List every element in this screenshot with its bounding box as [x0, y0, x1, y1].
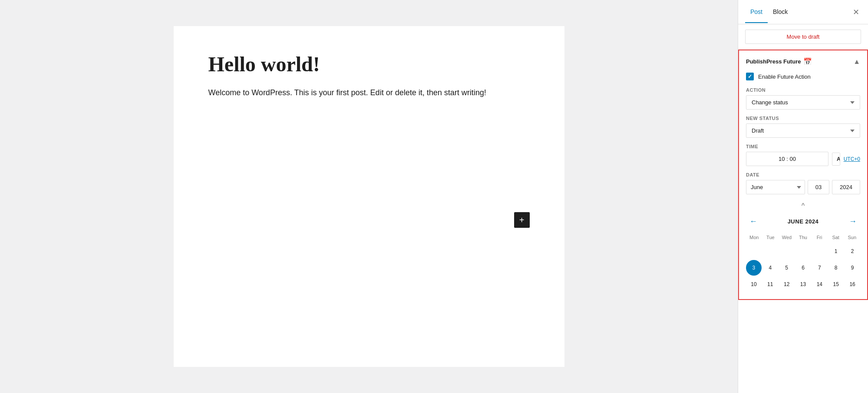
- date-field-group: DATE June: [746, 172, 860, 194]
- calendar-toggle-row: ^: [746, 200, 860, 212]
- am-button[interactable]: AM: [832, 153, 840, 165]
- calendar-month-year: JUNE 2024: [788, 218, 819, 225]
- sidebar-tabs: Post Block ✕: [738, 0, 868, 24]
- time-input[interactable]: [746, 152, 828, 166]
- cal-day-2[interactable]: 2: [845, 243, 860, 259]
- editor-content: Hello world! Welcome to WordPress. This …: [0, 0, 738, 393]
- calendar-weekdays: Mon Tue Wed Thu Fri Sat Sun: [746, 233, 860, 242]
- cal-day-12[interactable]: 12: [779, 276, 795, 292]
- calendar-icon: 📅: [803, 57, 812, 66]
- calendar-header: ← JUNE 2024 →: [746, 215, 860, 228]
- move-draft-button[interactable]: Move to draft: [745, 30, 861, 44]
- weekday-sun: Sun: [844, 233, 860, 242]
- date-label: DATE: [746, 172, 860, 177]
- cal-day-14[interactable]: 14: [812, 276, 827, 292]
- time-field-group: TIME AM PM UTC+0: [746, 144, 860, 166]
- cal-day-16[interactable]: 16: [845, 276, 860, 292]
- utc-link[interactable]: UTC+0: [844, 156, 860, 162]
- action-field-group: ACTION Change status Delete Draft: [746, 87, 860, 110]
- time-row: AM PM UTC+0: [746, 152, 860, 166]
- cal-day-13[interactable]: 13: [795, 276, 811, 292]
- cal-day-7[interactable]: 7: [812, 260, 827, 276]
- cal-day-5[interactable]: 5: [779, 260, 795, 276]
- prev-month-button[interactable]: ←: [746, 215, 761, 228]
- enable-label: Enable Future Action: [758, 73, 811, 80]
- tab-block[interactable]: Block: [768, 1, 793, 23]
- section-header: PublishPress Future 📅 ▲: [746, 57, 860, 66]
- date-row: June: [746, 180, 860, 194]
- calendar-grid: Mon Tue Wed Thu Fri Sat Sun: [746, 233, 860, 292]
- collapse-button[interactable]: ▲: [853, 58, 860, 66]
- new-status-field-group: NEW STATUS Draft Pending Private Publish…: [746, 116, 860, 138]
- action-select[interactable]: Change status Delete Draft: [746, 95, 860, 110]
- add-block-button[interactable]: +: [514, 212, 530, 228]
- cal-day-3[interactable]: 3: [746, 260, 762, 276]
- cal-day-8[interactable]: 8: [828, 260, 844, 276]
- cal-day-4[interactable]: 4: [762, 260, 778, 276]
- cal-day-11[interactable]: 11: [762, 276, 778, 292]
- cal-day-6[interactable]: 6: [795, 260, 811, 276]
- year-input[interactable]: [832, 180, 860, 194]
- new-status-select[interactable]: Draft Pending Private Published: [746, 123, 860, 138]
- sidebar-content: Move to draft PublishPress Future 📅 ▲ En…: [738, 24, 868, 393]
- post-body: Welcome to WordPress. This is your first…: [208, 87, 530, 99]
- enable-checkbox[interactable]: [746, 73, 754, 80]
- publishpress-title: PublishPress Future: [746, 58, 801, 65]
- month-select[interactable]: June: [746, 180, 805, 194]
- weekday-wed: Wed: [779, 233, 795, 242]
- calendar-toggle-button[interactable]: ^: [798, 200, 809, 212]
- cal-day-9[interactable]: 9: [845, 260, 860, 276]
- next-month-button[interactable]: →: [845, 215, 860, 228]
- post-content: Hello world! Welcome to WordPress. This …: [174, 26, 564, 367]
- tab-post[interactable]: Post: [745, 1, 768, 23]
- action-label: ACTION: [746, 87, 860, 93]
- weekday-mon: Mon: [746, 233, 762, 242]
- day-input[interactable]: [808, 180, 829, 194]
- weekday-sat: Sat: [828, 233, 844, 242]
- cal-day-1[interactable]: 1: [828, 243, 844, 259]
- publishpress-section: PublishPress Future 📅 ▲ Enable Future Ac…: [738, 50, 868, 300]
- editor-area: Hello world! Welcome to WordPress. This …: [0, 0, 738, 393]
- calendar: ← JUNE 2024 → Mon Tue Wed Thu Fri Sat Su…: [746, 215, 860, 292]
- move-draft-area: Move to draft: [738, 24, 868, 50]
- weekday-thu: Thu: [795, 233, 812, 242]
- section-title: PublishPress Future 📅: [746, 57, 812, 66]
- time-label: TIME: [746, 144, 860, 149]
- sidebar: Post Block ✕ Move to draft PublishPress …: [738, 0, 868, 393]
- weekday-fri: Fri: [811, 233, 828, 242]
- new-status-label: NEW STATUS: [746, 116, 860, 121]
- close-button[interactable]: ✕: [851, 6, 861, 19]
- am-pm-group: AM PM: [832, 153, 840, 166]
- cal-day-10[interactable]: 10: [746, 276, 762, 292]
- cal-day-15[interactable]: 15: [828, 276, 844, 292]
- calendar-days: 1 2 3 4 5 6 7 8 9 10 11 12 13 14: [746, 243, 860, 292]
- enable-row: Enable Future Action: [746, 73, 860, 80]
- weekday-tue: Tue: [762, 233, 779, 242]
- post-title: Hello world!: [208, 52, 530, 76]
